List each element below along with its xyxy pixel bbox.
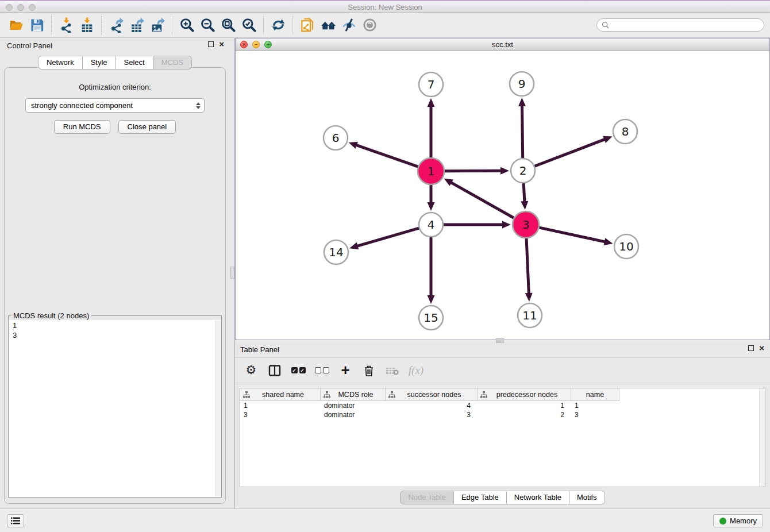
save-session-button[interactable] bbox=[26, 15, 47, 36]
graph-edge-2-3[interactable] bbox=[523, 183, 525, 202]
mcds-result-box: MCDS result (2 nodes) 13 bbox=[8, 311, 222, 498]
new-network-from-selection-button[interactable] bbox=[297, 15, 318, 36]
close-panel-icon[interactable]: × bbox=[219, 41, 224, 47]
hide-all-columns-button[interactable] bbox=[313, 361, 331, 380]
zoom-in-button[interactable] bbox=[176, 15, 197, 36]
control-tab-mcds[interactable]: MCDS bbox=[153, 56, 192, 70]
close-table-panel-icon[interactable]: × bbox=[759, 345, 764, 351]
home-button[interactable] bbox=[318, 15, 338, 36]
table-cell[interactable]: 3 bbox=[240, 410, 321, 419]
refresh-button[interactable] bbox=[268, 15, 288, 36]
delete-column-button[interactable] bbox=[360, 361, 378, 380]
table-panel-header: Table Panel × bbox=[235, 342, 770, 357]
mcds-result-area[interactable]: 13 bbox=[9, 320, 221, 497]
zoom-fit-button[interactable] bbox=[218, 15, 238, 36]
graph-edge-1-6[interactable] bbox=[356, 145, 418, 167]
add-column-button[interactable]: + bbox=[336, 361, 355, 380]
table-cell[interactable]: 2 bbox=[478, 410, 571, 419]
export-network-button[interactable] bbox=[106, 15, 126, 36]
graph-edge-arrowhead bbox=[521, 201, 528, 210]
column-type-icon bbox=[324, 391, 330, 398]
export-table-button[interactable] bbox=[126, 15, 147, 36]
table-tab-edge-table[interactable]: Edge Table bbox=[454, 491, 507, 504]
table-cell[interactable]: dominator bbox=[321, 410, 386, 419]
table-cell[interactable]: 3 bbox=[571, 410, 619, 419]
search-input[interactable] bbox=[612, 21, 759, 29]
import-network-button[interactable] bbox=[56, 15, 76, 36]
table-cell[interactable]: 3 bbox=[386, 410, 478, 419]
toolbar-separator bbox=[172, 16, 172, 34]
import-table-button[interactable] bbox=[76, 15, 97, 36]
column-header-name[interactable]: name bbox=[571, 388, 619, 401]
float-table-panel-icon[interactable] bbox=[748, 345, 754, 351]
function-builder-button[interactable]: f(x) bbox=[407, 361, 425, 380]
graph-edge-1-2[interactable] bbox=[444, 171, 502, 171]
graph-edge-arrowhead bbox=[502, 221, 511, 229]
network-canvas[interactable]: 1234678910111415 bbox=[236, 51, 769, 340]
column-header-MCDS-role[interactable]: MCDS role bbox=[321, 388, 386, 401]
result-scrollbar[interactable] bbox=[215, 321, 221, 496]
task-history-button[interactable] bbox=[7, 514, 24, 527]
run-mcds-button[interactable]: Run MCDS bbox=[54, 120, 110, 134]
table-tab-network-table[interactable]: Network Table bbox=[507, 491, 569, 504]
graph-edge-arrowhead bbox=[428, 98, 435, 107]
birds-eye-view-button[interactable] bbox=[359, 15, 380, 36]
column-header-label: MCDS role bbox=[338, 391, 373, 399]
control-tab-select[interactable]: Select bbox=[116, 56, 153, 70]
graph-edge-2-8[interactable] bbox=[534, 139, 606, 166]
table-panel-tabs: Node TableEdge TableNetwork TableMotifs bbox=[235, 491, 770, 504]
column-header-predecessor-nodes[interactable]: predecessor nodes bbox=[478, 388, 571, 401]
graph-edge-3-10[interactable] bbox=[538, 228, 605, 242]
export-image-icon bbox=[150, 17, 165, 33]
table-cell[interactable]: 1 bbox=[240, 401, 321, 410]
function-icon: f(x) bbox=[409, 364, 424, 377]
split-view-button[interactable] bbox=[265, 361, 284, 380]
graph-edge-3-11[interactable] bbox=[526, 238, 529, 294]
graph-edge-4-14[interactable] bbox=[357, 228, 419, 246]
table-cell[interactable]: dominator bbox=[321, 401, 386, 410]
zoom-out-button[interactable] bbox=[197, 15, 218, 36]
table-row[interactable]: 1dominator411 bbox=[240, 401, 759, 410]
select-stepper-icon bbox=[196, 102, 201, 109]
column-header-label: name bbox=[586, 391, 604, 399]
close-panel-button[interactable]: Close panel bbox=[118, 120, 176, 134]
hide-graphics-details-button[interactable] bbox=[338, 15, 359, 36]
show-all-columns-button[interactable]: ✓✓ bbox=[289, 361, 307, 380]
criterion-select[interactable]: strongly connected component bbox=[25, 98, 205, 113]
search-icon bbox=[602, 21, 609, 29]
graph-node-label-11: 11 bbox=[522, 309, 537, 322]
graph-edge-2-9[interactable] bbox=[522, 105, 522, 159]
column-header-shared-name[interactable]: shared name bbox=[240, 388, 321, 401]
column-type-icon bbox=[480, 391, 487, 398]
open-session-button[interactable] bbox=[6, 15, 26, 36]
trash-icon bbox=[363, 364, 375, 377]
table-panel: Table Panel × ⚙ ✓✓ bbox=[235, 342, 770, 508]
graph-node-label-6: 6 bbox=[332, 131, 340, 145]
horizontal-splitter-grip[interactable] bbox=[496, 338, 504, 343]
float-panel-icon[interactable] bbox=[208, 41, 214, 47]
table-tab-motifs[interactable]: Motifs bbox=[569, 491, 605, 504]
export-image-button[interactable] bbox=[147, 15, 168, 36]
table-row[interactable]: 3dominator323 bbox=[240, 410, 759, 419]
zoom-selected-button[interactable] bbox=[238, 15, 259, 36]
control-tab-style[interactable]: Style bbox=[83, 56, 116, 70]
control-tab-network[interactable]: Network bbox=[38, 56, 83, 70]
vertical-splitter[interactable] bbox=[230, 38, 235, 508]
splitter-grip[interactable] bbox=[230, 267, 234, 279]
column-type-icon bbox=[243, 391, 250, 398]
export-network-icon bbox=[109, 17, 124, 33]
memory-button[interactable]: Memory bbox=[713, 514, 763, 527]
table-cell[interactable]: 1 bbox=[571, 401, 619, 410]
table-tab-node-table[interactable]: Node Table bbox=[400, 491, 454, 504]
graph-edge-3-1[interactable] bbox=[451, 182, 514, 218]
control-panel-header: Control Panel × bbox=[0, 38, 230, 53]
column-header-successor-nodes[interactable]: successor nodes bbox=[386, 388, 478, 401]
table-cell[interactable]: 4 bbox=[386, 401, 478, 410]
delete-table-button[interactable] bbox=[383, 361, 402, 380]
network-view-window: × − + scc.txt 1234678910111415 bbox=[235, 38, 770, 340]
checked-boxes-icon: ✓✓ bbox=[291, 367, 306, 373]
optimization-criterion-label: Optimization criterion: bbox=[5, 83, 225, 91]
table-scrollbar[interactable] bbox=[759, 388, 765, 487]
settings-gear-button[interactable]: ⚙ bbox=[242, 361, 260, 380]
table-cell[interactable]: 1 bbox=[478, 401, 571, 410]
